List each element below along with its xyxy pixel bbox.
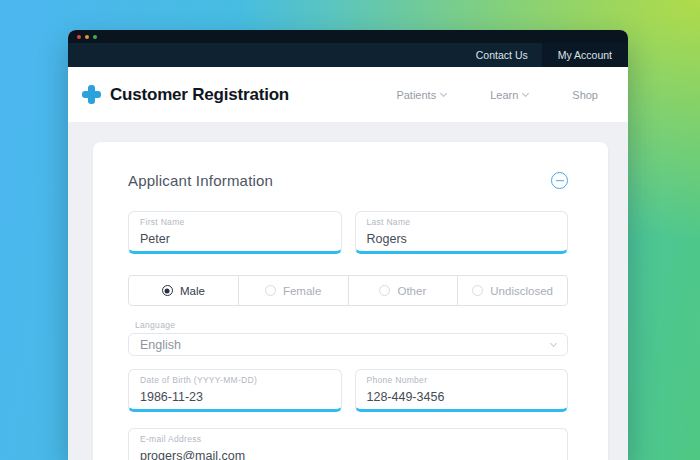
email-input[interactable] [140,449,556,460]
language-label: Language [135,320,568,330]
email-field[interactable]: E-mail Address [128,428,568,460]
maximize-window-icon[interactable] [93,35,97,39]
language-field: Language English [128,320,568,356]
dob-input[interactable] [140,390,330,404]
nav-patients[interactable]: Patients [396,89,446,101]
gender-radio-group: Male Female Other Undisclosed [128,275,568,306]
nav-learn[interactable]: Learn [490,89,528,101]
radio-unselected-icon [472,285,483,296]
window-titlebar [68,30,628,43]
close-window-icon[interactable] [77,35,81,39]
site-header: Customer Registration Patients Learn Sho… [68,67,628,122]
chevron-down-icon [522,89,529,96]
last-name-field[interactable]: Last Name [355,211,569,254]
page-title: Customer Registration [110,85,289,105]
nav-my-account[interactable]: My Account [542,43,628,67]
phone-field[interactable]: Phone Number [355,369,569,412]
collapse-section-icon[interactable] [551,172,568,189]
language-selected-value: English [140,338,181,352]
applicant-information-card: Applicant Information First Name Last Na… [93,142,608,460]
minimize-window-icon[interactable] [85,35,89,39]
dob-label: Date of Birth (YYYY-MM-DD) [140,375,330,385]
first-name-input[interactable] [140,232,330,246]
first-name-label: First Name [140,217,330,227]
top-navbar: Contact Us My Account [68,43,628,67]
chevron-down-icon [440,89,447,96]
nav-contact-us[interactable]: Contact Us [462,43,542,67]
medical-cross-logo-icon [82,85,101,104]
radio-unselected-icon [379,285,390,296]
phone-input[interactable] [367,390,557,404]
radio-selected-icon [162,285,173,296]
chevron-down-icon [550,339,557,346]
last-name-label: Last Name [367,217,557,227]
main-nav: Patients Learn Shop [352,89,598,101]
browser-window: Contact Us My Account Customer Registrat… [68,30,628,460]
first-name-field[interactable]: First Name [128,211,342,254]
nav-shop[interactable]: Shop [572,89,598,101]
gender-option-other[interactable]: Other [348,276,458,305]
gender-option-male[interactable]: Male [129,276,238,305]
gender-option-female[interactable]: Female [238,276,348,305]
gender-option-undisclosed[interactable]: Undisclosed [457,276,567,305]
last-name-input[interactable] [367,232,557,246]
radio-unselected-icon [265,285,276,296]
phone-label: Phone Number [367,375,557,385]
page-content: Applicant Information First Name Last Na… [68,122,628,460]
section-title: Applicant Information [128,172,273,189]
dob-field[interactable]: Date of Birth (YYYY-MM-DD) [128,369,342,412]
language-select[interactable]: English [128,333,568,356]
email-label: E-mail Address [140,434,556,444]
